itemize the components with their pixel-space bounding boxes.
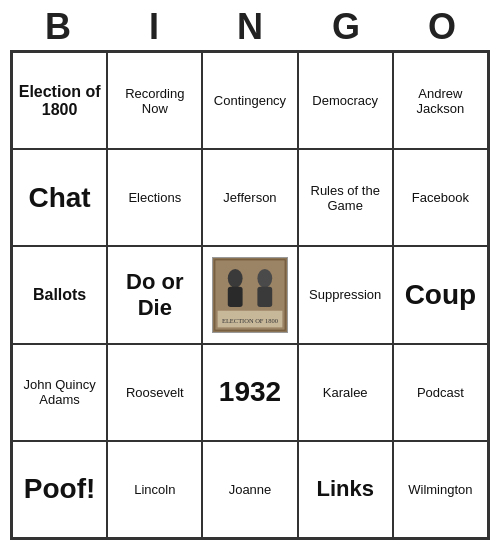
cell-10: Ballots: [12, 246, 107, 343]
letter-n: N: [206, 6, 294, 48]
svg-rect-3: [228, 287, 243, 307]
cell-2: Contingency: [202, 52, 297, 149]
letter-i: I: [110, 6, 198, 48]
election-image: ELECTION OF 1800: [212, 257, 288, 333]
cell-13: Suppression: [298, 246, 393, 343]
svg-point-2: [228, 269, 243, 288]
cell-24: Wilmington: [393, 441, 488, 538]
cell-17: 1932: [202, 344, 297, 441]
cell-6: Elections: [107, 149, 202, 246]
cell-0: Election of 1800: [12, 52, 107, 149]
cell-19: Podcast: [393, 344, 488, 441]
cell-12: ELECTION OF 1800: [202, 246, 297, 343]
cell-18: Karalee: [298, 344, 393, 441]
cell-11: Do or Die: [107, 246, 202, 343]
cell-7: Jefferson: [202, 149, 297, 246]
svg-rect-5: [257, 287, 272, 307]
svg-text:ELECTION OF 1800: ELECTION OF 1800: [222, 317, 278, 324]
cell-22: Joanne: [202, 441, 297, 538]
cell-9: Facebook: [393, 149, 488, 246]
cell-20: Poof!: [12, 441, 107, 538]
bingo-header: B I N G O: [10, 0, 490, 50]
cell-14: Coup: [393, 246, 488, 343]
cell-21: Lincoln: [107, 441, 202, 538]
letter-b: B: [14, 6, 102, 48]
cell-4: Andrew Jackson: [393, 52, 488, 149]
cell-15: John Quincy Adams: [12, 344, 107, 441]
cell-5: Chat: [12, 149, 107, 246]
cell-16: Roosevelt: [107, 344, 202, 441]
cell-8: Rules of the Game: [298, 149, 393, 246]
letter-o: O: [398, 6, 486, 48]
cell-1: Recording Now: [107, 52, 202, 149]
cell-3: Democracy: [298, 52, 393, 149]
bingo-grid: Election of 1800 Recording Now Contingen…: [10, 50, 490, 540]
cell-23: Links: [298, 441, 393, 538]
letter-g: G: [302, 6, 390, 48]
svg-point-4: [257, 269, 272, 288]
